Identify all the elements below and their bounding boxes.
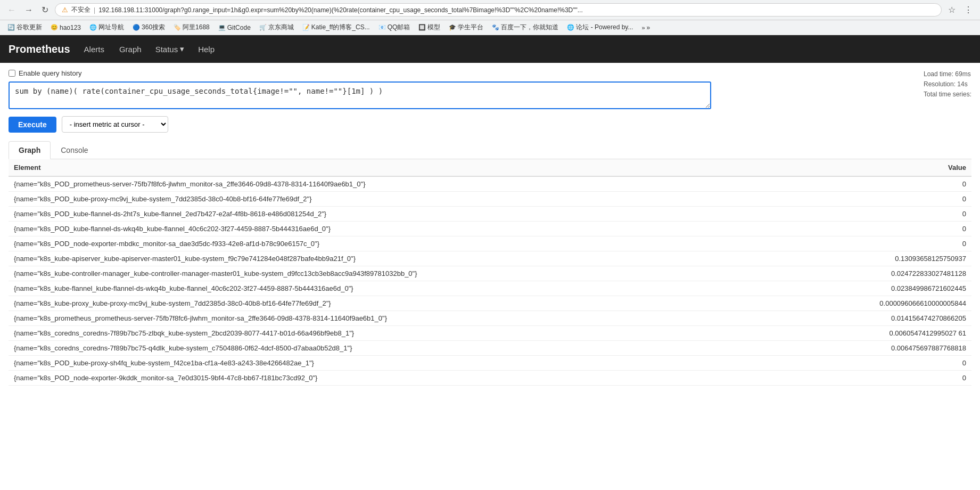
value-cell: 0.13093658125750937 xyxy=(788,251,971,266)
bookmark-icon: 🎓 xyxy=(449,24,456,31)
bookmark-item[interactable]: 🎓学生平台 xyxy=(446,22,487,33)
url-text: 192.168.198.11:31000/graph?g0.range_inpu… xyxy=(98,6,935,14)
value-cell: 0 xyxy=(788,176,971,192)
security-label: 不安全 xyxy=(71,5,90,14)
browser-bar: ← → ↻ ⚠ 不安全 | 192.168.198.11:31000/graph… xyxy=(0,0,980,20)
bookmark-icon: 🐾 xyxy=(492,24,499,31)
url-bar[interactable]: ⚠ 不安全 | 192.168.198.11:31000/graph?g0.ra… xyxy=(55,3,942,17)
element-cell: {name="k8s_POD_node-exporter-mbdkc_monit… xyxy=(9,236,788,251)
table-row: {name="k8s_kube-apiserver_kube-apiserver… xyxy=(9,251,971,266)
bookmark-label: 模型 xyxy=(427,23,440,32)
enable-history-checkbox[interactable] xyxy=(9,70,15,77)
tab-graph[interactable]: Graph xyxy=(9,141,51,159)
bookmark-item[interactable]: 💻GitCode xyxy=(215,23,254,32)
bookmark-item[interactable]: 🔵360搜索 xyxy=(129,22,168,33)
bookmark-label: 学生平台 xyxy=(458,23,483,32)
execute-row: Execute - insert metric at cursor - xyxy=(9,116,971,133)
bookmark-icon: 🔄 xyxy=(7,24,15,31)
value-cell: 0.014156474270866205 xyxy=(788,311,971,326)
main-content: Load time: 69ms Resolution: 14s Total ti… xyxy=(0,63,980,392)
bookmark-label: 京东商城 xyxy=(268,23,294,32)
query-wrapper xyxy=(9,81,971,111)
element-cell: {name="k8s_POD_kube-flannel-ds-wkq4b_kub… xyxy=(9,222,788,236)
element-cell: {name="k8s_coredns_coredns-7f89b7bc75-q4… xyxy=(9,341,788,356)
chevron-down-icon: ▾ xyxy=(180,44,184,54)
execute-button[interactable]: Execute xyxy=(9,117,56,133)
bookmark-icon: 📧 xyxy=(378,24,386,31)
bookmark-label: Katie_ff的博客_CS... xyxy=(311,23,370,32)
bookmark-label: QQ邮箱 xyxy=(388,23,410,32)
value-cell: 0.024722833027481128 xyxy=(788,266,971,281)
reload-button[interactable]: ↻ xyxy=(39,4,51,16)
table-row: {name="k8s_coredns_coredns-7f89b7bc75-zl… xyxy=(9,326,971,341)
value-cell: 0.000096066610000005844 xyxy=(788,296,971,311)
nav-brand: Prometheus xyxy=(9,43,70,55)
value-cell: 0.0060547412995027 61 xyxy=(788,326,971,341)
table-row: {name="k8s_POD_kube-proxy-mc9vj_kube-sys… xyxy=(9,192,971,207)
bookmark-item[interactable]: 😊hao123 xyxy=(47,23,84,32)
bookmark-item[interactable]: 📧QQ邮箱 xyxy=(375,22,414,33)
bookmark-label: GitCode xyxy=(227,24,251,31)
bookmark-label: 360搜索 xyxy=(142,23,165,32)
back-button[interactable]: ← xyxy=(5,4,18,16)
bookmark-item[interactable]: 🏷️阿里1688 xyxy=(170,22,213,33)
element-cell: {name="k8s_prometheus_prometheus-server-… xyxy=(9,311,788,326)
bookmark-label: 谷歌更新 xyxy=(17,23,42,32)
table-row: {name="k8s_POD_node-exporter-9kddk_monit… xyxy=(9,371,971,386)
value-cell: 0.023849986721602445 xyxy=(788,281,971,296)
value-cell: 0 xyxy=(788,222,971,236)
bookmark-item[interactable]: 🔄谷歌更新 xyxy=(4,22,45,33)
bookmark-icon: » xyxy=(641,24,645,31)
bookmark-item[interactable]: 🌐论坛 - Powered by... xyxy=(564,22,636,33)
security-warning-icon: ⚠ xyxy=(62,6,68,14)
col-value-header: Value xyxy=(788,159,971,176)
bookmark-button[interactable]: ☆ xyxy=(946,4,958,16)
table-row: {name="k8s_POD_kube-flannel-ds-2ht7s_kub… xyxy=(9,207,971,222)
settings-button[interactable]: ⋮ xyxy=(962,4,975,16)
forward-button[interactable]: → xyxy=(22,4,35,16)
bookmark-icon: 🛒 xyxy=(259,24,267,31)
bookmark-icon: 🌐 xyxy=(89,24,97,31)
query-input[interactable] xyxy=(9,81,711,109)
bookmark-icon: 😊 xyxy=(51,24,58,31)
load-time-label: Load time: 69ms xyxy=(924,69,971,79)
enable-history-label[interactable]: Enable query history xyxy=(19,69,82,77)
element-cell: {name="k8s_POD_kube-flannel-ds-2ht7s_kub… xyxy=(9,207,788,222)
element-cell: {name="k8s_POD_node-exporter-9kddk_monit… xyxy=(9,371,788,386)
value-cell: 0 xyxy=(788,371,971,386)
table-row: {name="k8s_POD_node-exporter-mbdkc_monit… xyxy=(9,236,971,251)
bookmark-item[interactable]: 📝Katie_ff的博客_CS... xyxy=(299,22,373,33)
bookmark-item[interactable]: 🌐网址导航 xyxy=(86,22,127,33)
bookmark-label: 论坛 - Powered by... xyxy=(576,23,633,32)
bookmark-icon: 💻 xyxy=(218,24,226,31)
element-cell: {name="k8s_coredns_coredns-7f89b7bc75-zl… xyxy=(9,326,788,341)
bookmark-item[interactable]: 🐾百度一下，你就知道 xyxy=(489,22,562,33)
bookmark-item[interactable]: 🔲模型 xyxy=(415,22,443,33)
bookmark-icon: 🏷️ xyxy=(174,24,181,31)
insert-metric-select[interactable]: - insert metric at cursor - xyxy=(62,116,168,133)
bookmark-item[interactable]: 🛒京东商城 xyxy=(256,22,297,33)
element-cell: {name="k8s_kube-controller-manager_kube-… xyxy=(9,266,788,281)
nav-help[interactable]: Help xyxy=(197,43,216,56)
bookmark-icon: 🌐 xyxy=(567,24,574,31)
tab-console[interactable]: Console xyxy=(51,141,98,159)
nav-header: Prometheus Alerts Graph Status ▾ Help xyxy=(0,35,980,63)
element-cell: {name="k8s_POD_kube-proxy-mc9vj_kube-sys… xyxy=(9,192,788,207)
nav-graph[interactable]: Graph xyxy=(118,43,143,56)
enable-history-row: Enable query history xyxy=(9,69,971,77)
bookmark-item[interactable]: »» xyxy=(638,23,653,32)
bookmark-label: » xyxy=(647,24,650,31)
value-cell: 0.006475697887768818 xyxy=(788,341,971,356)
tabs-row: Graph Console xyxy=(9,141,971,159)
table-row: {name="k8s_kube-controller-manager_kube-… xyxy=(9,266,971,281)
col-element-header: Element xyxy=(9,159,788,176)
nav-status[interactable]: Status ▾ xyxy=(155,44,185,54)
element-cell: {name="k8s_POD_kube-proxy-sh4fq_kube-sys… xyxy=(9,356,788,371)
table-row: {name="k8s_kube-flannel_kube-flannel-ds-… xyxy=(9,281,971,296)
bookmarks-bar: 🔄谷歌更新😊hao123🌐网址导航🔵360搜索🏷️阿里1688💻GitCode🛒… xyxy=(0,20,980,35)
nav-alerts[interactable]: Alerts xyxy=(83,43,105,56)
table-row: {name="k8s_kube-proxy_kube-proxy-mc9vj_k… xyxy=(9,296,971,311)
element-cell: {name="k8s_kube-apiserver_kube-apiserver… xyxy=(9,251,788,266)
bookmark-label: 网址导航 xyxy=(98,23,124,32)
bookmark-icon: 📝 xyxy=(302,24,310,31)
